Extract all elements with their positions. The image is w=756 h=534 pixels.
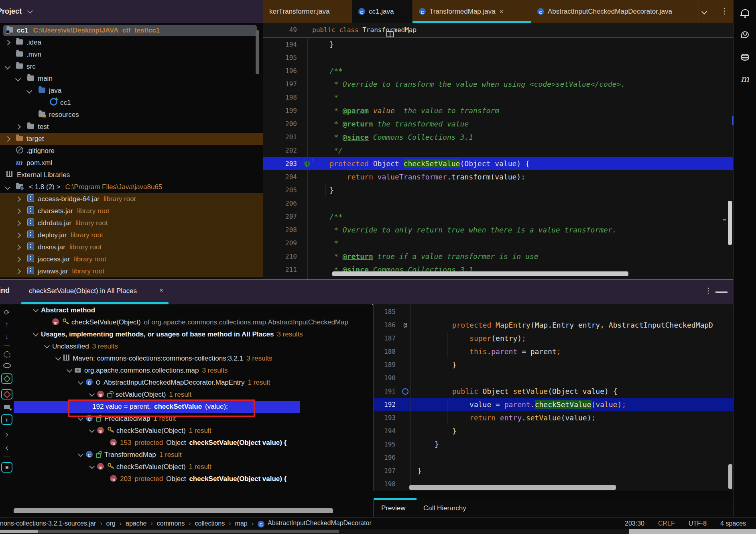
chevron-right-icon[interactable]: ›: [6, 430, 8, 438]
tree-row[interactable]: cldrdata.jarlibrary root: [0, 217, 263, 229]
find-result-row[interactable]: 203protectedObjectcheckSetValue(Object v…: [14, 473, 372, 485]
code-line[interactable]: 196 /**: [263, 64, 733, 77]
chevron-right-icon[interactable]: [15, 257, 21, 262]
find-result-row[interactable]: AbstractInputCheckedMapDecorator.MapEntr…: [14, 377, 372, 389]
code-line[interactable]: 192 value = parent.checkSetValue(value);: [374, 398, 734, 411]
code-line[interactable]: 197 * Override to transform the value wh…: [263, 77, 733, 91]
tree-row[interactable]: .gitignore: [0, 145, 263, 157]
chevron-wrap[interactable]: [79, 450, 83, 458]
chevron-wrap[interactable]: [67, 366, 71, 374]
code-line[interactable]: 203 protected Object checkSetValue(Objec…: [263, 157, 733, 170]
chevron-wrap[interactable]: [6, 135, 10, 143]
tree-row[interactable]: dnsns.jarlibrary root: [0, 241, 263, 253]
tree-row[interactable]: pom.xml: [0, 157, 263, 169]
sidebar-icon-wrap[interactable]: [741, 6, 749, 18]
file-encoding[interactable]: UTF-8: [689, 520, 707, 527]
chevron-down-icon[interactable]: [89, 391, 95, 397]
list-box-icon[interactable]: ≡: [1, 462, 12, 473]
code-line[interactable]: 204 return valueTransformer.transform(va…: [263, 170, 733, 183]
tree-row[interactable]: deploy.jarlibrary root: [0, 229, 263, 241]
code-line[interactable]: 208 * Override to only return true when …: [263, 223, 733, 236]
sidebar-icon-wrap[interactable]: [741, 51, 749, 63]
editor-tab[interactable]: TransformedMap.java✕: [413, 0, 531, 23]
tree-row[interactable]: access-bridge-64.jarlibrary root: [0, 193, 263, 205]
code-line[interactable]: 202 */: [263, 144, 733, 157]
inspection-ok-check-icon[interactable]: [407, 28, 413, 36]
tree-row[interactable]: javaws.jarlibrary root: [0, 265, 263, 277]
chevron-wrap[interactable]: [34, 330, 38, 338]
code-line[interactable]: 195: [263, 51, 733, 64]
chevron-right-icon[interactable]: [15, 232, 21, 238]
chevron-right-icon[interactable]: [15, 245, 21, 250]
find-more-dots-icon[interactable]: ⋮: [704, 287, 712, 295]
sticky-header-line[interactable]: 49 public class TransformedMap: [263, 23, 733, 38]
caret-position[interactable]: 203:30: [625, 520, 644, 527]
tree-row[interactable]: target: [0, 133, 263, 145]
editor-vertical-scrollbar[interactable]: [728, 201, 732, 245]
tree-row[interactable]: External Libraries: [0, 169, 263, 181]
chevron-wrap[interactable]: [16, 255, 20, 263]
tree-row[interactable]: jaccess.jarlibrary root: [0, 253, 263, 265]
arrow-down-icon[interactable]: ↓: [5, 333, 9, 340]
code-line[interactable]: 187 super(entry);: [374, 332, 734, 345]
preview-vertical-scrollbar[interactable]: [728, 464, 732, 489]
chevron-down-icon[interactable]: [44, 343, 50, 349]
code-line[interactable]: 201 * @since Commons Collections 3.1: [263, 130, 733, 144]
indent-setting[interactable]: 4 spaces: [720, 520, 746, 527]
chevron-right-icon[interactable]: [15, 124, 21, 130]
chevron-down-icon[interactable]: [27, 8, 33, 13]
folder-star-icon[interactable]: [4, 405, 10, 409]
find-tab-close-icon[interactable]: ✕: [159, 287, 164, 293]
chevron-wrap[interactable]: [34, 306, 38, 314]
code-line[interactable]: 186 protected MapEntry(Map.Entry entry, …: [374, 318, 734, 332]
refresh-icon[interactable]: ⟳: [4, 309, 10, 316]
editor-horizontal-scrollbar[interactable]: [332, 271, 628, 276]
chevron-right-icon[interactable]: [15, 220, 21, 226]
tab-preview[interactable]: Preview: [381, 504, 405, 512]
code-line[interactable]: 194 }: [263, 38, 733, 51]
find-horizontal-scrollbar[interactable]: [14, 508, 333, 513]
find-result-row[interactable]: Unclassified3 results: [14, 340, 372, 353]
code-line[interactable]: 193 return entry.setValue(value);: [374, 411, 734, 424]
find-result-row[interactable]: 153protectedObjectcheckSetValue(Object v…: [14, 437, 372, 449]
tab-more-dots-icon[interactable]: ⋮: [720, 7, 728, 15]
tree-row[interactable]: java: [0, 85, 263, 97]
chevron-wrap[interactable]: [90, 390, 94, 398]
find-result-row[interactable]: Usages, implementing methods, or usages …: [14, 328, 372, 340]
tab-list-chevron-down-icon[interactable]: [701, 9, 707, 14]
tree-row[interactable]: .mvn: [0, 49, 263, 61]
chevron-wrap[interactable]: [45, 342, 49, 350]
chevron-right-icon[interactable]: [15, 196, 21, 202]
chevron-left-icon[interactable]: ‹: [6, 443, 8, 451]
diamond-green-icon[interactable]: [1, 373, 12, 384]
code-line[interactable]: 197}: [374, 464, 734, 477]
chevron-wrap[interactable]: [56, 354, 60, 362]
find-result-row[interactable]: Abstract method: [14, 304, 372, 316]
code-line[interactable]: 194 }: [374, 424, 734, 438]
find-result-row[interactable]: 192 value = parent.checkSetValue(value);: [14, 401, 372, 413]
tree-row[interactable]: test: [0, 121, 263, 133]
code-line[interactable]: 209 *: [263, 236, 733, 250]
chevron-right-icon[interactable]: [5, 136, 10, 142]
chevron-right-icon[interactable]: [15, 269, 21, 274]
code-line[interactable]: 191 public Object setValue(Object value)…: [374, 385, 734, 398]
code-editor[interactable]: 49 public class TransformedMap 194 }1951…: [263, 23, 733, 279]
chevron-down-icon[interactable]: [33, 307, 39, 312]
find-result-row[interactable]: TransformedMap1 result: [14, 449, 372, 461]
code-line[interactable]: 188 this.parent = parent;: [374, 345, 734, 358]
chevron-down-icon[interactable]: [33, 331, 39, 336]
breadcrumb-item[interactable]: nons-collections-3.2.1-sources.jar: [0, 520, 96, 527]
find-minimize-icon[interactable]: [715, 291, 728, 293]
tab-call-hierarchy[interactable]: Call Hierarchy: [423, 504, 466, 512]
sidebar-icon-wrap[interactable]: [741, 74, 749, 85]
chevron-down-icon[interactable]: [15, 76, 21, 82]
bell-icon[interactable]: [741, 9, 749, 15]
chevron-wrap[interactable]: [90, 462, 94, 470]
breadcrumb-item[interactable]: apache: [126, 520, 147, 527]
assistant-icon[interactable]: [741, 31, 749, 38]
breadcrumb-item[interactable]: collections: [195, 520, 225, 527]
code-line[interactable]: 189 }: [374, 358, 734, 371]
project-vertical-scrollbar[interactable]: [256, 30, 259, 74]
chevron-right-icon[interactable]: [15, 208, 21, 214]
sidebar-icon-wrap[interactable]: [741, 29, 749, 40]
